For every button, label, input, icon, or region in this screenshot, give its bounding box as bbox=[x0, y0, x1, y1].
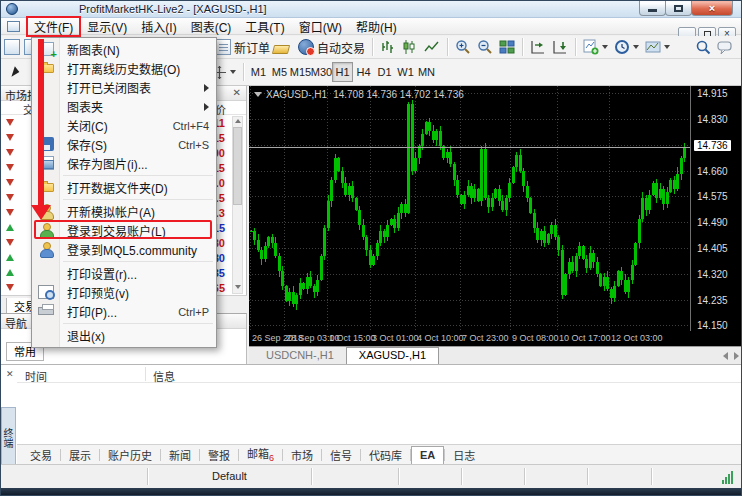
menu-help[interactable]: 帮助(H) bbox=[349, 17, 404, 36]
menu-window[interactable]: 窗口(W) bbox=[292, 17, 349, 36]
file-menu-item-6[interactable]: 保存为图片(i)... bbox=[32, 154, 216, 173]
chart-window: XAGUSD-,H1 14.708 14.736 14.702 14.736 1… bbox=[249, 86, 742, 364]
new-order-button[interactable]: 新订单 bbox=[212, 37, 273, 58]
printer-icon bbox=[38, 307, 54, 315]
chart-tab-usdcnhh1[interactable]: USDCNH-,H1 bbox=[254, 348, 346, 364]
terminal-tab-ea[interactable]: EA bbox=[411, 446, 444, 465]
file-menu-item-12[interactable]: 打印预览(v) bbox=[32, 283, 216, 302]
timeframe-h1[interactable]: H1 bbox=[332, 62, 353, 82]
timeframe-d1[interactable]: D1 bbox=[374, 62, 395, 82]
minimize-button[interactable] bbox=[639, 1, 666, 16]
chart-shift-button[interactable] bbox=[527, 37, 549, 58]
file-menu-item-5[interactable]: 保存(S)Ctrl+S bbox=[32, 135, 216, 154]
price-tick-label: 14.915 bbox=[697, 88, 728, 99]
terminal-tab-10[interactable]: 日志 bbox=[445, 445, 483, 465]
search-button[interactable] bbox=[692, 37, 714, 58]
terminal-side-tab[interactable]: 终端 bbox=[1, 407, 16, 465]
indicators-button[interactable] bbox=[580, 37, 611, 58]
file-menu-item-13[interactable]: 打印(P)...Ctrl+P bbox=[32, 302, 216, 321]
terminal-tab-3[interactable]: 新闻 bbox=[161, 445, 199, 465]
menu-tools[interactable]: 工具(T) bbox=[238, 17, 291, 36]
file-menu-item-3[interactable]: 图表夹 bbox=[32, 97, 216, 116]
chat-button[interactable] bbox=[714, 37, 737, 58]
window-icon[interactable] bbox=[4, 39, 20, 55]
chart-tab-xagusdh1[interactable]: XAGUSD-,H1 bbox=[346, 347, 439, 364]
terminal-tab-4[interactable]: 警报 bbox=[200, 445, 238, 465]
periods-button[interactable] bbox=[611, 37, 642, 58]
profile-name[interactable]: Default bbox=[148, 470, 311, 482]
timeframe-m15[interactable]: M15 bbox=[290, 62, 311, 82]
chart-menu-caret-icon[interactable] bbox=[254, 92, 262, 97]
chart-system-menu-icon[interactable] bbox=[7, 21, 20, 32]
file-menu-item-1[interactable]: 打开离线历史数据(O) bbox=[32, 59, 216, 78]
file-menu-item-label: 打开数据文件夹(D) bbox=[67, 179, 209, 196]
zoom-in-button[interactable] bbox=[452, 37, 474, 58]
candlestick-button[interactable] bbox=[399, 37, 421, 58]
terminal-tab-0[interactable]: 交易 bbox=[22, 445, 60, 465]
message-column-header[interactable]: 信息 bbox=[153, 368, 175, 384]
zoom-in-icon bbox=[455, 39, 471, 55]
file-menu-item-2[interactable]: 打开已关闭图表 bbox=[32, 78, 216, 97]
timeframe-m30[interactable]: M30 bbox=[311, 62, 332, 82]
maximize-button[interactable] bbox=[665, 1, 692, 16]
timeframe-m1[interactable]: M1 bbox=[248, 62, 269, 82]
file-menu-item-label: 保存(S) bbox=[67, 136, 170, 153]
bar-chart-button[interactable] bbox=[377, 37, 399, 58]
price-tick-label: 14.405 bbox=[697, 243, 728, 254]
tabs-scroll-left-icon[interactable] bbox=[723, 352, 728, 360]
timeframe-mn[interactable]: MN bbox=[416, 62, 437, 82]
periods-caret-icon bbox=[633, 45, 639, 49]
search-icon bbox=[695, 39, 711, 55]
file-menu-item-4[interactable]: 关闭(C)Ctrl+F4 bbox=[32, 116, 216, 135]
file-menu-item-label: 打开已关闭图表 bbox=[67, 79, 204, 96]
terminal-tab-2[interactable]: 账户历史 bbox=[100, 445, 160, 465]
terminal-close-icon[interactable]: ✕ bbox=[6, 369, 14, 379]
file-menu-item-0[interactable]: 新图表(N) bbox=[32, 40, 216, 59]
autotrading-button[interactable]: 自动交易 bbox=[295, 37, 368, 58]
price-tick-label: 14.830 bbox=[697, 114, 728, 125]
auto-scroll-button[interactable] bbox=[549, 37, 571, 58]
chart-plot-area[interactable] bbox=[249, 86, 691, 331]
time-axis[interactable]: 26 Sep 201828 Sep 03:001 Oct 15:003 Oct … bbox=[249, 331, 742, 346]
terminal-tab-6[interactable]: 市场 bbox=[283, 445, 321, 465]
app-logo-icon bbox=[6, 3, 18, 15]
zoom-out-button[interactable] bbox=[474, 37, 496, 58]
maximize-icon bbox=[674, 5, 683, 12]
file-menu-dropdown: 新图表(N)打开离线历史数据(O)打开已关闭图表图表夹关闭(C)Ctrl+F4保… bbox=[31, 37, 217, 348]
file-menu-item-7[interactable]: 打开数据文件夹(D) bbox=[32, 178, 216, 197]
tile-windows-button[interactable] bbox=[496, 37, 518, 58]
arrow-down-icon bbox=[6, 209, 14, 216]
account-mql5-icon bbox=[38, 242, 54, 256]
application-window: ProfitMarketHK-Live2 - [XAGUSD-,H1] × 文件… bbox=[0, 0, 742, 496]
window-title: ProfitMarketHK-Live2 - [XAGUSD-,H1] bbox=[79, 3, 267, 15]
cursor-tool-icon[interactable] bbox=[11, 66, 20, 78]
file-menu-item-label: 登录到MQL5.community bbox=[67, 241, 209, 258]
close-button[interactable]: × bbox=[691, 1, 733, 16]
file-menu-item-10[interactable]: 登录到MQL5.community bbox=[32, 240, 216, 259]
price-tick-label: 14.490 bbox=[697, 217, 728, 228]
file-menu-item-8[interactable]: 开新模拟帐户(A) bbox=[32, 202, 216, 221]
timeframe-h4[interactable]: H4 bbox=[353, 62, 374, 82]
menu-insert[interactable]: 插入(I) bbox=[134, 17, 183, 36]
menu-charts[interactable]: 图表(C) bbox=[184, 17, 239, 36]
market-watch-scrollbar[interactable] bbox=[232, 116, 243, 294]
terminal-tab-8[interactable]: 代码库 bbox=[361, 445, 410, 465]
menu-view[interactable]: 显示(V) bbox=[80, 17, 134, 36]
templates-button[interactable] bbox=[642, 37, 673, 58]
line-chart-button[interactable] bbox=[421, 37, 443, 58]
tabs-scroll-right-icon[interactable] bbox=[734, 352, 739, 360]
scrollbar-thumb[interactable] bbox=[233, 127, 242, 205]
timeframe-w1[interactable]: W1 bbox=[395, 62, 416, 82]
time-column-header[interactable]: 时间 bbox=[25, 368, 47, 384]
gold-icon[interactable] bbox=[272, 45, 290, 54]
file-menu-item-14[interactable]: 退出(x) bbox=[32, 326, 216, 345]
market-watch-close-icon[interactable]: ✕ bbox=[233, 87, 241, 99]
terminal-tab-7[interactable]: 信号 bbox=[322, 445, 360, 465]
terminal-tab-5[interactable]: 邮箱6 bbox=[239, 443, 282, 465]
file-menu-item-label: 打印(P)... bbox=[67, 303, 170, 320]
terminal-tab-1[interactable]: 展示 bbox=[61, 445, 99, 465]
price-axis[interactable]: 14.91514.83014.74514.66014.57514.49014.4… bbox=[691, 86, 742, 331]
file-menu-item-11[interactable]: 打印设置(r)... bbox=[32, 264, 216, 283]
crosshair-caret-icon bbox=[230, 70, 236, 74]
timeframe-m5[interactable]: M5 bbox=[269, 62, 290, 82]
